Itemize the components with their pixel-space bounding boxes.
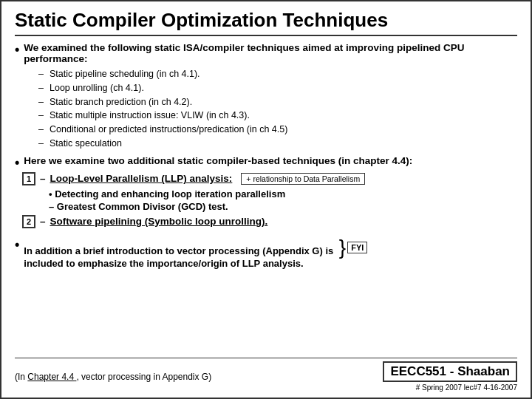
item1-label: Loop-Level Parallelism (LLP) analysis: [50, 173, 233, 184]
sub-item-2: Loop unrolling (ch 4.1). [38, 81, 517, 95]
item2-label: Software pipelining (Symbolic loop unrol… [50, 216, 268, 227]
item1-tag: + relationship to Data Parallelism [241, 173, 365, 185]
brace-symbol: } [339, 237, 346, 258]
item1-sub2: Greatest Common Divisor (GCD) test. [49, 201, 517, 212]
item2-badge: 2 [22, 215, 35, 228]
footer-meta: # Spring 2007 lec#7 4-16-2007 [416, 383, 517, 392]
bullet-section-1: • We examined the following static ISA/c… [15, 42, 517, 151]
footer-suffix: , vector processing in Appendix G) [76, 372, 211, 382]
sub-item-1: Static pipeline scheduling (in ch 4.1). [38, 67, 517, 81]
bullet3-dot: • [15, 237, 19, 253]
sub-list: Static pipeline scheduling (in ch 4.1). … [38, 67, 517, 151]
bullet3-line1: In addition a brief introduction to vect… [24, 237, 367, 258]
bullet-section-2: • Here we examine two additional static … [15, 155, 517, 231]
content: • We examined the following static ISA/c… [15, 42, 517, 392]
footer-row: (In Chapter 4.4 , vector processing in A… [15, 358, 517, 392]
sub-item-5: Conditional or predicted instructions/pr… [38, 123, 517, 137]
item1-sub1: Detecting and enhancing loop iteration p… [49, 188, 517, 200]
bullet2-text: Here we examine two additional static co… [24, 155, 412, 166]
item2-dash: – [40, 216, 46, 227]
bullet1-main: • We examined the following static ISA/c… [15, 42, 517, 64]
numbered-items: 1 – Loop-Level Parallelism (LLP) analysi… [22, 172, 517, 228]
bullet2-dot: • [15, 156, 19, 169]
sub-item-4: Static multiple instruction issue: VLIW … [38, 109, 517, 123]
fyi-box: FYI [347, 242, 367, 253]
footer-course: EECC551 - Shaaban [383, 361, 517, 382]
footer-left: (In Chapter 4.4 , vector processing in A… [15, 372, 211, 382]
item1-badge: 1 [22, 172, 35, 185]
bullet2-main: • Here we examine two additional static … [15, 155, 517, 169]
slide: Static Compiler Optimization Techniques … [0, 0, 532, 399]
bullet3-section: • In addition a brief introduction to ve… [15, 237, 517, 269]
item2-row: 2 – Software pipelining (Symbolic loop u… [22, 215, 517, 228]
sub-item-3: Static branch prediction (in ch 4.2). [38, 95, 517, 109]
bullet1-dot: • [15, 43, 19, 56]
bullet3-line2: included to emphasize the importance/ori… [24, 258, 367, 269]
item1-dash: – [40, 173, 46, 184]
item1-row: 1 – Loop-Level Parallelism (LLP) analysi… [22, 172, 517, 185]
bullet3-text: In addition a brief introduction to vect… [24, 237, 367, 269]
slide-title: Static Compiler Optimization Techniques [15, 9, 517, 36]
footer-right: EECC551 - Shaaban # Spring 2007 lec#7 4-… [383, 361, 517, 392]
sub-item-6: Static speculation [38, 137, 517, 151]
footer-chapter-link[interactable]: Chapter 4.4 [27, 372, 76, 382]
brace-fyi: } FYI [339, 237, 367, 258]
bullet1-text: We examined the following static ISA/com… [24, 42, 517, 64]
footer-prefix: (In [15, 372, 25, 382]
